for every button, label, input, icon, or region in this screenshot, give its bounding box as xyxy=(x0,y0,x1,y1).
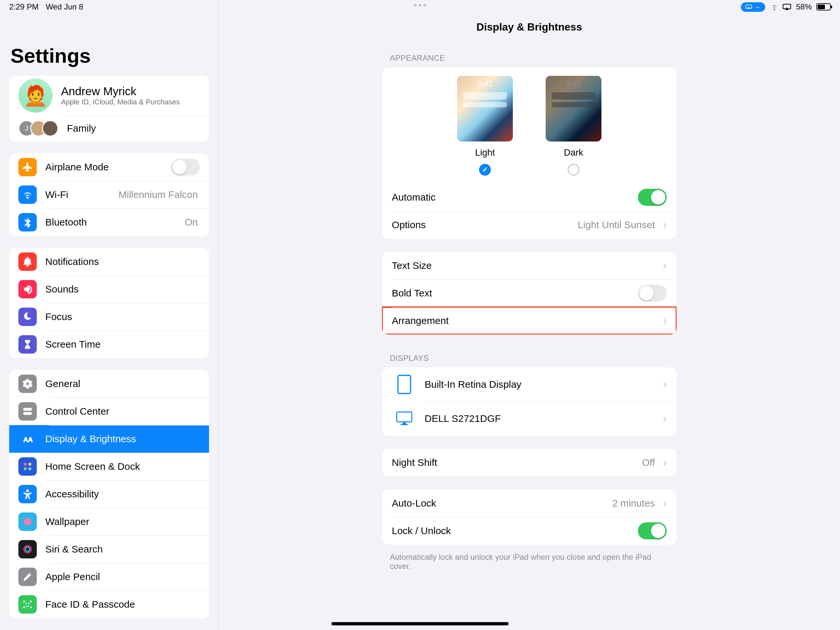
options-row[interactable]: Options Light Until Sunset › xyxy=(382,211,677,239)
face-id-icon xyxy=(18,595,37,614)
settings-title: Settings xyxy=(11,44,209,67)
apple-pencil-row[interactable]: Apple Pencil xyxy=(9,563,209,590)
home-indicator[interactable] xyxy=(332,622,508,625)
svg-text:AA: AA xyxy=(23,436,33,443)
svg-rect-8 xyxy=(28,463,32,466)
monitor-icon xyxy=(392,409,417,429)
speaker-icon xyxy=(18,280,37,298)
accessibility-icon xyxy=(18,485,37,503)
status-time: 2:29 PM xyxy=(9,2,38,11)
svg-point-16 xyxy=(28,603,30,604)
dark-radio[interactable] xyxy=(568,164,579,176)
automatic-row[interactable]: Automatic xyxy=(382,184,677,211)
appearance-header: APPEARANCE xyxy=(382,47,677,67)
wifi-row[interactable]: Wi-Fi Millennium Falcon xyxy=(9,181,209,209)
airplane-mode-row[interactable]: Airplane Mode xyxy=(9,153,209,181)
chevron-right-icon: › xyxy=(663,378,667,390)
siri-row[interactable]: Siri & Search xyxy=(9,535,209,563)
ipad-icon xyxy=(392,375,417,394)
general-row[interactable]: General xyxy=(9,370,209,397)
toggles-icon xyxy=(18,402,37,421)
svg-point-14 xyxy=(25,547,30,552)
light-thumbnail: 9:41 xyxy=(457,76,513,141)
chevron-right-icon: › xyxy=(663,457,667,469)
svg-rect-10 xyxy=(28,467,32,470)
automatic-switch[interactable] xyxy=(638,189,667,206)
lock-unlock-row[interactable]: Lock / Unlock xyxy=(382,517,677,545)
control-center-row[interactable]: Control Center xyxy=(9,397,209,425)
sounds-row[interactable]: Sounds xyxy=(9,275,209,303)
apple-id-row[interactable]: 🧑‍🦰 Andrew Myrick Apple ID, iCloud, Medi… xyxy=(9,76,209,115)
appearance-light-option[interactable]: 9:41 Light xyxy=(457,76,513,176)
airplane-icon xyxy=(18,158,37,176)
appearance-dark-option[interactable]: 9:41 Dark xyxy=(546,76,602,176)
svg-rect-18 xyxy=(397,412,412,422)
svg-rect-5 xyxy=(23,412,32,415)
chevron-right-icon: › xyxy=(663,315,667,327)
svg-rect-7 xyxy=(24,463,27,466)
dark-thumbnail: 9:41 xyxy=(546,76,602,141)
svg-rect-17 xyxy=(398,375,411,393)
profile-sub: Apple ID, iCloud, Media & Purchases xyxy=(61,98,180,106)
bluetooth-row[interactable]: Bluetooth On xyxy=(9,209,209,236)
external-display-row[interactable]: DELL S2721DGF › xyxy=(382,402,677,436)
grid-icon xyxy=(18,457,37,476)
notifications-row[interactable]: Notifications xyxy=(9,248,209,275)
family-avatars-icon: J xyxy=(18,120,58,136)
chevron-right-icon: › xyxy=(663,497,667,509)
profile-name: Andrew Myrick xyxy=(61,85,180,98)
face-id-row[interactable]: Face ID & Passcode xyxy=(9,590,209,618)
arrangement-row[interactable]: Arrangement › xyxy=(382,307,677,334)
bold-text-switch[interactable] xyxy=(638,285,667,302)
page-title: Display & Brightness xyxy=(382,21,677,33)
wallpaper-row[interactable]: Wallpaper xyxy=(9,508,209,535)
chevron-right-icon: › xyxy=(663,260,667,272)
text-size-row[interactable]: Text Size › xyxy=(382,252,677,279)
night-shift-row[interactable]: Night Shift Off › xyxy=(382,449,677,476)
lock-unlock-switch[interactable] xyxy=(638,522,667,540)
svg-point-15 xyxy=(25,603,27,604)
home-screen-row[interactable]: Home Screen & Dock xyxy=(9,453,209,480)
bluetooth-icon xyxy=(18,213,37,231)
chevron-right-icon: › xyxy=(663,413,667,424)
airplane-mode-switch[interactable] xyxy=(171,158,200,176)
hourglass-icon xyxy=(18,335,37,354)
lock-unlock-note: Automatically lock and unlock your iPad … xyxy=(382,547,677,576)
svg-rect-9 xyxy=(24,467,27,470)
wallpaper-icon xyxy=(18,513,37,531)
svg-rect-20 xyxy=(401,424,408,425)
auto-lock-row[interactable]: Auto-Lock 2 minutes › xyxy=(382,489,677,517)
accessibility-row[interactable]: Accessibility xyxy=(9,480,209,508)
displays-header: DISPLAYS xyxy=(382,348,677,367)
light-radio[interactable] xyxy=(479,164,491,176)
family-row[interactable]: J Family xyxy=(9,115,209,141)
text-size-icon: AA xyxy=(18,430,37,448)
screen-time-row[interactable]: Screen Time xyxy=(9,331,209,358)
gear-icon xyxy=(18,375,37,393)
wifi-icon xyxy=(18,185,37,204)
siri-icon xyxy=(18,540,37,559)
builtin-display-row[interactable]: Built-In Retina Display › xyxy=(382,367,677,402)
svg-rect-4 xyxy=(23,408,32,410)
focus-row[interactable]: Focus xyxy=(9,303,209,331)
bell-icon xyxy=(18,252,37,271)
svg-rect-19 xyxy=(403,423,406,424)
pencil-icon xyxy=(18,568,37,586)
moon-icon xyxy=(18,308,37,326)
avatar: 🧑‍🦰 xyxy=(18,78,52,112)
bold-text-row[interactable]: Bold Text xyxy=(382,279,677,307)
chevron-right-icon: › xyxy=(663,219,667,231)
settings-sidebar: Settings 🧑‍🦰 Andrew Myrick Apple ID, iCl… xyxy=(0,0,218,630)
content-pane: Display & Brightness APPEARANCE 9:41 Lig… xyxy=(218,0,840,630)
svg-point-12 xyxy=(24,518,32,526)
svg-point-11 xyxy=(26,490,28,492)
family-label: Family xyxy=(67,123,200,134)
status-date: Wed Jun 8 xyxy=(46,2,83,11)
display-brightness-row[interactable]: AA Display & Brightness xyxy=(9,425,209,453)
